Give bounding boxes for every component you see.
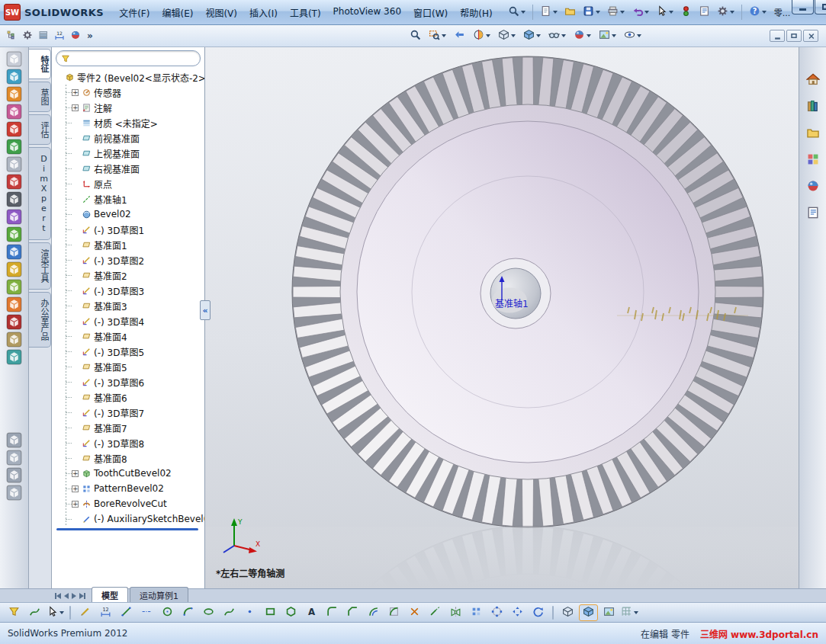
help-button[interactable]: ? xyxy=(746,3,770,21)
tree-item[interactable]: 基准轴1 xyxy=(63,191,204,207)
tree-item[interactable]: 基准面6 xyxy=(63,389,204,405)
left-toolbar-icon[interactable] xyxy=(6,174,22,190)
configurationmanager-tab[interactable] xyxy=(37,27,50,44)
left-toolbar-icon[interactable] xyxy=(6,226,22,242)
tree-item[interactable]: 基准面2 xyxy=(63,268,204,283)
menu-item[interactable]: 视图(V) xyxy=(199,3,243,22)
design-library-tab[interactable] xyxy=(802,97,824,117)
minimize-button[interactable] xyxy=(792,0,814,14)
tree-expand-toggle[interactable]: + xyxy=(72,89,79,96)
centerline-tool-button[interactable] xyxy=(137,604,156,621)
left-toolbar-icon[interactable] xyxy=(6,485,22,501)
search-button[interactable] xyxy=(505,3,529,21)
undo-button[interactable] xyxy=(628,3,652,21)
tree-item[interactable]: 上视基准面 xyxy=(63,146,204,161)
arc-tool-button[interactable] xyxy=(178,604,198,621)
tree-item[interactable]: 基准面3 xyxy=(63,298,204,313)
lasso-select-button[interactable] xyxy=(25,604,44,621)
previous-view-button[interactable] xyxy=(451,27,468,44)
tree-item[interactable]: +ToothCutBevel02 xyxy=(63,466,204,481)
apply-scene-button[interactable] xyxy=(596,27,619,44)
trim-entities-button[interactable] xyxy=(405,604,424,621)
tree-item[interactable]: (-) 3D草图3 xyxy=(63,283,204,298)
panel-collapse-button[interactable]: « xyxy=(200,300,211,320)
tree-item[interactable]: (-) 3D草图2 xyxy=(63,252,204,268)
left-toolbar-icon[interactable] xyxy=(6,332,22,348)
convert-entities-button[interactable] xyxy=(384,604,403,621)
save-button[interactable] xyxy=(580,3,603,21)
tree-filter-input[interactable] xyxy=(74,54,195,63)
commandmanager-tab-6[interactable]: 办公室产品 xyxy=(29,292,51,348)
extend-entities-button[interactable] xyxy=(426,604,445,621)
left-toolbar-icon[interactable] xyxy=(6,314,22,330)
tree-expand-toggle[interactable]: + xyxy=(72,104,79,111)
open-document-button[interactable] xyxy=(561,3,579,21)
tree-item[interactable]: (-) 3D草图6 xyxy=(63,374,204,389)
commandmanager-tab-5[interactable]: 渲染工具 xyxy=(29,242,51,290)
grid-snap-button[interactable] xyxy=(620,604,639,621)
zoom-fit-button[interactable] xyxy=(407,27,424,44)
polygon-tool-button[interactable] xyxy=(281,604,301,621)
tree-item[interactable]: 原点 xyxy=(63,176,204,191)
move-entities-button[interactable] xyxy=(508,604,527,621)
view-settings-button[interactable] xyxy=(621,27,644,44)
menu-item[interactable]: PhotoView 360 xyxy=(327,3,407,22)
axis-label[interactable]: 基准轴1 xyxy=(495,298,529,309)
select-tool-button[interactable] xyxy=(46,604,65,621)
left-toolbar-icon[interactable] xyxy=(6,279,22,295)
appearances-scenes-tab[interactable] xyxy=(802,177,824,197)
line-tool-button[interactable] xyxy=(117,604,136,621)
text-tool-button[interactable]: A xyxy=(302,604,321,621)
tree-item[interactable]: +BoreRevolveCut xyxy=(63,496,204,511)
tree-item[interactable]: 材质 <未指定> xyxy=(63,115,204,130)
left-toolbar-icon[interactable] xyxy=(6,244,22,260)
selection-filter-button[interactable] xyxy=(5,604,24,621)
featuremanager-tab[interactable] xyxy=(5,27,18,44)
offset-entities-button[interactable] xyxy=(364,604,383,621)
section-view-button[interactable] xyxy=(470,27,493,44)
menu-item[interactable]: 帮助(H) xyxy=(454,3,498,22)
tree-item[interactable]: (-) 3D草图5 xyxy=(63,344,204,359)
3d-viewport-canvas[interactable]: 基准轴1YX xyxy=(205,47,799,588)
left-toolbar-icon[interactable] xyxy=(6,209,22,225)
graphics-area[interactable]: 基准轴1YX *左右二等角轴测 xyxy=(205,47,799,588)
menu-item[interactable]: 插入(I) xyxy=(243,3,284,22)
displaymanager-tab[interactable] xyxy=(69,27,82,44)
maximize-button[interactable] xyxy=(815,0,826,14)
linear-pattern-button[interactable] xyxy=(467,604,486,621)
solidworks-resources-tab[interactable] xyxy=(802,70,824,90)
tree-item[interactable]: (-) 3D草图7 xyxy=(63,405,204,420)
fillet-tool-button[interactable] xyxy=(323,604,342,621)
view-orientation-button[interactable] xyxy=(495,27,519,44)
tree-item[interactable]: Bevel02 xyxy=(63,207,204,222)
model-tab-2[interactable]: 运动算例1 xyxy=(130,587,188,602)
select-button[interactable] xyxy=(653,3,677,21)
document-close-button[interactable] xyxy=(803,30,818,42)
zoom-area-button[interactable] xyxy=(426,27,449,44)
instant3d-button[interactable] xyxy=(558,604,577,621)
commandmanager-tab-3[interactable]: 评估 xyxy=(29,114,51,145)
options-button[interactable] xyxy=(714,3,738,21)
tab-scroll-first-button[interactable] xyxy=(55,591,61,601)
new-document-button[interactable] xyxy=(537,3,561,21)
tree-item[interactable]: 右视基准面 xyxy=(63,161,204,176)
tree-item[interactable]: +注解 xyxy=(63,100,204,115)
tree-item[interactable]: 基准面7 xyxy=(63,420,204,435)
left-toolbar-icon[interactable] xyxy=(6,467,22,483)
tree-expand-toggle[interactable]: + xyxy=(72,485,79,492)
tab-scroll-prev-button[interactable] xyxy=(64,591,69,601)
menu-item[interactable]: 工具(T) xyxy=(284,3,327,22)
left-toolbar-icon[interactable] xyxy=(6,261,22,277)
left-toolbar-icon[interactable] xyxy=(6,86,22,102)
smart-dimension-button[interactable]: 12 xyxy=(96,604,115,621)
manager-tabs-overflow[interactable]: » xyxy=(82,30,98,41)
left-toolbar-icon[interactable] xyxy=(6,296,22,312)
shaded-sketch-button[interactable] xyxy=(579,604,598,621)
sketch-button[interactable] xyxy=(76,604,95,621)
tree-item[interactable]: 基准面4 xyxy=(63,328,204,344)
model-tab-1[interactable]: 模型 xyxy=(92,587,128,602)
tree-root-item[interactable]: 零件2 (Bevel02<显示状态-2>) xyxy=(55,69,204,85)
file-properties-button[interactable] xyxy=(696,3,713,21)
propertymanager-tab[interactable] xyxy=(21,27,34,44)
document-restore-button[interactable] xyxy=(786,30,802,42)
